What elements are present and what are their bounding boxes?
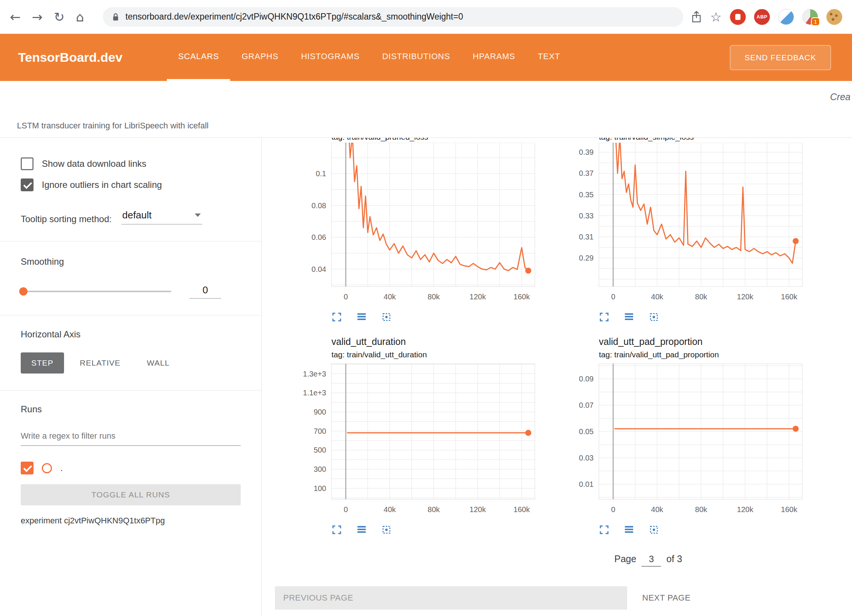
chart-tag-clipped: tag: train/valid_pruned_loss bbox=[331, 138, 539, 143]
blue-extension-icon[interactable] bbox=[778, 9, 794, 25]
svg-text:0.01: 0.01 bbox=[579, 480, 594, 488]
tooltip-sorting-label: Tooltip sorting method: bbox=[21, 214, 111, 224]
line-chart-valid-utt-duration[interactable]: 1003005007009001.1e+31.3e+3040k80k120k16… bbox=[275, 361, 539, 517]
svg-text:80k: 80k bbox=[428, 505, 440, 514]
runs-label: Runs bbox=[21, 404, 241, 415]
url-text[interactable]: tensorboard.dev/experiment/cj2vtPiwQHKN9… bbox=[125, 12, 463, 22]
tooltip-sorting-dropdown[interactable]: default bbox=[121, 209, 202, 224]
svg-text:700: 700 bbox=[314, 427, 326, 435]
tab-hparams[interactable]: HPARAMS bbox=[461, 34, 527, 81]
tab-graphs[interactable]: GRAPHS bbox=[230, 34, 290, 81]
svg-text:0.29: 0.29 bbox=[579, 254, 594, 262]
reload-icon[interactable]: ↻ bbox=[54, 11, 65, 23]
fit-domain-icon-button[interactable] bbox=[649, 312, 659, 322]
line-chart-valid-simple-loss[interactable]: 0.290.310.330.350.370.39040k80k120k160k bbox=[542, 143, 806, 304]
divider bbox=[0, 241, 261, 241]
line-chart-valid-pruned-loss[interactable]: 0.040.060.080.1040k80k120k160k bbox=[275, 143, 539, 304]
clipped-right-text: Crea bbox=[830, 91, 850, 102]
experiment-id-label: experiment cj2vtPiwQHKN9Q1tx6PTpg bbox=[21, 516, 241, 526]
cookie-extension-icon[interactable] bbox=[826, 9, 842, 25]
home-icon[interactable]: ⌂ bbox=[76, 11, 84, 23]
forward-icon[interactable]: → bbox=[32, 11, 43, 23]
svg-text:40k: 40k bbox=[384, 293, 396, 301]
tab-histograms[interactable]: HISTOGRAMS bbox=[290, 34, 371, 81]
page-number-input[interactable] bbox=[641, 554, 661, 567]
previous-page-button[interactable]: PREVIOUS PAGE bbox=[275, 586, 627, 610]
svg-text:1.1e+3: 1.1e+3 bbox=[303, 389, 326, 397]
svg-text:120k: 120k bbox=[737, 505, 754, 514]
main-nav: SCALARS GRAPHS HISTOGRAMS DISTRIBUTIONS … bbox=[167, 34, 571, 81]
data-table-icon-button[interactable] bbox=[356, 312, 367, 322]
adblock-extension-icon[interactable] bbox=[730, 9, 746, 25]
svg-text:0.39: 0.39 bbox=[579, 148, 594, 156]
smoothing-slider-thumb[interactable] bbox=[19, 287, 27, 296]
svg-text:0.08: 0.08 bbox=[311, 201, 326, 210]
chart-toolbar bbox=[542, 520, 806, 539]
svg-text:120k: 120k bbox=[470, 293, 486, 301]
share-icon[interactable] bbox=[691, 11, 702, 23]
svg-text:0.05: 0.05 bbox=[579, 427, 594, 436]
data-table-icon-button[interactable] bbox=[356, 525, 367, 535]
page-label: Page bbox=[614, 553, 636, 564]
svg-text:500: 500 bbox=[314, 446, 326, 454]
svg-text:40k: 40k bbox=[384, 505, 396, 514]
run-color-circle-icon[interactable] bbox=[42, 463, 52, 473]
svg-text:80k: 80k bbox=[428, 293, 440, 301]
svg-text:0.07: 0.07 bbox=[579, 401, 594, 409]
svg-text:40k: 40k bbox=[651, 505, 664, 514]
next-page-button[interactable]: NEXT PAGE bbox=[642, 593, 690, 603]
ignore-outliers-label: Ignore outliers in chart scaling bbox=[42, 180, 162, 190]
chart-card-valid-utt-pad-proportion: valid_utt_pad_proportion tag: train/vali… bbox=[542, 326, 806, 539]
tab-scalars[interactable]: SCALARS bbox=[167, 34, 230, 81]
ignore-outliers-row[interactable]: Ignore outliers in chart scaling bbox=[21, 178, 241, 191]
smoothing-slider[interactable] bbox=[21, 291, 171, 292]
run-checkbox[interactable] bbox=[21, 462, 34, 474]
svg-text:160k: 160k bbox=[781, 293, 797, 301]
show-download-links-checkbox[interactable] bbox=[21, 157, 34, 170]
abp-extension-icon[interactable]: ABP bbox=[754, 9, 770, 25]
fit-domain-icon-button[interactable] bbox=[649, 525, 659, 535]
chart-toolbar bbox=[275, 520, 539, 539]
svg-text:300: 300 bbox=[314, 465, 326, 473]
page-of-label: of 3 bbox=[666, 553, 682, 564]
back-icon[interactable]: ← bbox=[10, 11, 21, 23]
address-bar[interactable]: tensorboard.dev/experiment/cj2vtPiwQHKN9… bbox=[103, 7, 683, 27]
expand-chart-icon-button[interactable] bbox=[599, 312, 609, 322]
expand-chart-icon-button[interactable] bbox=[331, 312, 342, 322]
tab-text[interactable]: TEXT bbox=[527, 34, 571, 81]
axis-relative-button[interactable]: RELATIVE bbox=[69, 352, 131, 374]
hand-shape bbox=[735, 14, 741, 20]
axis-wall-button[interactable]: WALL bbox=[136, 352, 180, 374]
line-chart-valid-utt-pad-proportion[interactable]: 0.010.030.050.070.09040k80k120k160k bbox=[542, 361, 806, 517]
svg-text:900: 900 bbox=[314, 408, 326, 416]
runs-filter-input[interactable] bbox=[21, 428, 241, 446]
star-bookmark-icon[interactable]: ☆ bbox=[710, 11, 722, 23]
cookie-dot bbox=[835, 14, 838, 17]
ignore-outliers-checkbox[interactable] bbox=[21, 178, 34, 191]
svg-text:0.33: 0.33 bbox=[579, 212, 594, 220]
fit-domain-icon-button[interactable] bbox=[381, 525, 392, 535]
toggle-all-runs-button[interactable]: TOGGLE ALL RUNS bbox=[21, 484, 241, 505]
chart-card-valid-pruned-loss: tag: train/valid_pruned_loss 0.040.060.0… bbox=[275, 138, 539, 326]
smoothing-value-input[interactable] bbox=[189, 284, 221, 299]
svg-text:0.04: 0.04 bbox=[311, 265, 326, 273]
brand-title: TensorBoard.dev bbox=[18, 50, 122, 65]
expand-chart-icon-button[interactable] bbox=[599, 525, 609, 535]
chart-toolbar bbox=[542, 308, 806, 326]
show-download-links-row[interactable]: Show data download links bbox=[21, 157, 241, 170]
pagination: Page of 3 bbox=[360, 553, 852, 567]
data-table-icon-button[interactable] bbox=[624, 312, 634, 322]
show-download-links-label: Show data download links bbox=[42, 159, 147, 169]
fit-domain-icon-button[interactable] bbox=[381, 312, 392, 322]
tab-distributions[interactable]: DISTRIBUTIONS bbox=[371, 34, 461, 81]
expand-chart-icon-button[interactable] bbox=[331, 525, 342, 535]
axis-step-button[interactable]: STEP bbox=[21, 352, 64, 374]
data-table-icon-button[interactable] bbox=[624, 525, 634, 535]
cookie-dot bbox=[830, 13, 832, 15]
svg-text:0.37: 0.37 bbox=[579, 169, 594, 177]
run-row[interactable]: . bbox=[21, 462, 241, 474]
tooltip-sorting-value: default bbox=[122, 209, 151, 221]
extension-with-badge-icon[interactable]: 1 bbox=[802, 9, 818, 25]
lock-icon bbox=[112, 12, 119, 21]
send-feedback-button[interactable]: SEND FEEDBACK bbox=[730, 45, 831, 70]
